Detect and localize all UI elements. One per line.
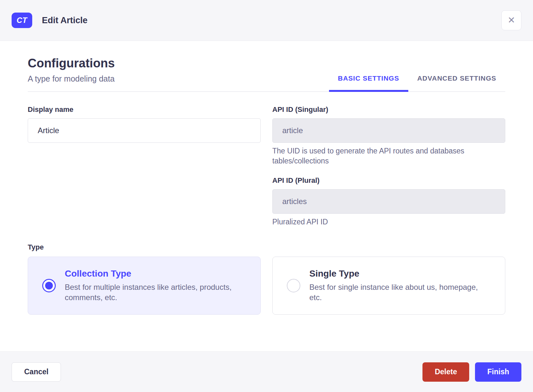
form-left-column: Display name <box>28 105 261 227</box>
close-button[interactable]: ✕ <box>501 10 521 30</box>
modal-body: Configurations A type for modeling data … <box>0 41 533 351</box>
page-subtitle: A type for modeling data <box>28 74 115 83</box>
display-name-field: Display name <box>28 105 261 143</box>
api-id-plural-field: API ID (Plural) Pluralized API ID <box>272 176 505 227</box>
radio-dot <box>290 282 297 289</box>
api-id-singular-field: API ID (Singular) The UID is used to gen… <box>272 105 505 166</box>
close-icon: ✕ <box>508 16 515 25</box>
single-type-text: Single Type Best for single instance lik… <box>309 269 491 303</box>
api-id-plural-input <box>272 189 505 214</box>
section-head: Configurations A type for modeling data … <box>28 56 505 92</box>
collection-type-text: Collection Type Best for multiple instan… <box>65 269 246 303</box>
display-name-input[interactable] <box>28 118 261 143</box>
modal-footer: Cancel Delete Finish <box>0 351 533 392</box>
type-section: Type Collection Type Best for multiple i… <box>28 243 505 315</box>
cancel-button[interactable]: Cancel <box>12 362 61 382</box>
tab-advanced-settings[interactable]: ADVANCED SETTINGS <box>408 74 505 91</box>
api-id-singular-label: API ID (Singular) <box>272 105 505 114</box>
type-cards: Collection Type Best for multiple instan… <box>28 257 505 315</box>
collection-type-radio[interactable] <box>42 279 56 292</box>
single-type-description: Best for single instance like about us, … <box>309 282 491 303</box>
tab-basic-settings[interactable]: BASIC SETTINGS <box>329 74 408 91</box>
api-id-singular-hint: The UID is used to generate the API rout… <box>272 146 505 166</box>
edit-content-type-modal: CT Edit Article ✕ Configurations A type … <box>0 0 533 392</box>
configuration-form: Display name API ID (Singular) The UID i… <box>28 105 505 227</box>
page-title: Configurations <box>28 56 115 70</box>
type-label: Type <box>28 243 505 251</box>
finish-button[interactable]: Finish <box>475 362 521 382</box>
single-type-radio[interactable] <box>287 279 300 292</box>
collection-type-card[interactable]: Collection Type Best for multiple instan… <box>28 257 261 315</box>
display-name-label: Display name <box>28 105 261 114</box>
api-id-singular-input <box>272 118 505 143</box>
modal-title: Edit Article <box>42 15 88 25</box>
single-type-card[interactable]: Single Type Best for single instance lik… <box>272 257 505 315</box>
settings-tabs: BASIC SETTINGS ADVANCED SETTINGS <box>329 74 505 91</box>
delete-button[interactable]: Delete <box>422 362 469 382</box>
collection-type-description: Best for multiple instances like article… <box>65 282 246 303</box>
modal-header: CT Edit Article ✕ <box>0 0 533 41</box>
api-id-plural-hint: Pluralized API ID <box>272 217 505 227</box>
collection-type-title: Collection Type <box>65 269 246 279</box>
api-id-plural-label: API ID (Plural) <box>272 176 505 185</box>
single-type-title: Single Type <box>309 269 491 279</box>
form-right-column: API ID (Singular) The UID is used to gen… <box>272 105 505 227</box>
section-titles: Configurations A type for modeling data <box>28 56 115 91</box>
content-type-badge-icon: CT <box>12 13 32 28</box>
footer-actions: Delete Finish <box>422 362 521 382</box>
radio-dot <box>45 282 53 289</box>
